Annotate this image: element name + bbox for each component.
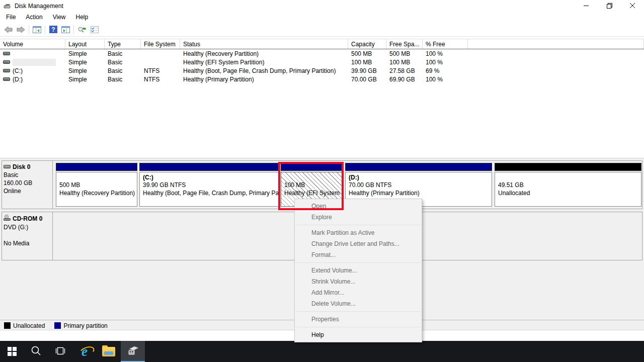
cell-free-space: 100 MB (386, 59, 423, 66)
partition-recovery[interactable]: 500 MB Healthy (Recovery Partition) (56, 161, 137, 209)
menu-item-properties[interactable]: Properties (295, 314, 422, 325)
help-icon[interactable]: ? (47, 24, 59, 35)
table-row-c-drive[interactable]: (C:) Simple Basic NTFS Healthy (Boot, Pa… (0, 66, 644, 75)
header-free-space[interactable]: Free Spa... (386, 39, 423, 49)
table-row-efi-selected[interactable]: Simple Basic Healthy (EFI System Partiti… (0, 58, 644, 66)
partition-size: 39.90 GB NTFS (143, 182, 276, 190)
search-icon (31, 345, 42, 358)
menu-item-mark-partition-active[interactable]: Mark Partition as Active (295, 227, 422, 238)
internet-explorer-button[interactable]: e (72, 341, 97, 362)
menu-item-extend-volume[interactable]: Extend Volume... (295, 265, 422, 276)
cdrom0-status: No Media (4, 240, 51, 247)
toolbar-separator (73, 25, 74, 34)
menu-help[interactable]: Help (71, 12, 94, 22)
table-row-d-drive[interactable]: (D:) Simple Basic NTFS Healthy (Primary … (0, 75, 644, 83)
legend-swatch-primary (54, 322, 61, 329)
menu-item-change-drive-letter[interactable]: Change Drive Letter and Paths... (295, 238, 422, 249)
search-button[interactable] (24, 341, 48, 362)
close-button[interactable] (621, 0, 644, 12)
volume-name: (D:) (13, 76, 23, 83)
table-row-recovery[interactable]: Simple Basic Healthy (Recovery Partition… (0, 49, 644, 58)
disk0-status: Online (4, 188, 51, 195)
partition-unallocated[interactable]: 49.51 GB Unallocated (495, 161, 641, 209)
menu-separator (296, 327, 421, 327)
header-layout[interactable]: Layout (65, 39, 105, 49)
menu-item-delete-volume[interactable]: Delete Volume... (295, 298, 422, 309)
menu-item-shrink-volume[interactable]: Shrink Volume... (295, 276, 422, 287)
task-view-button[interactable] (48, 341, 72, 362)
disk-management-app-icon (4, 3, 11, 10)
volume-list-pane: Volume Layout Type File System Status Ca… (0, 37, 644, 158)
header-status[interactable]: Status (180, 39, 348, 49)
cdrom0-label-panel[interactable]: CD-ROM 0 DVD (G:) No Media (2, 212, 53, 260)
partition-status: Unallocated (498, 190, 638, 198)
partition-status: Healthy (Primary Partition) (349, 190, 489, 198)
menu-separator (296, 311, 421, 312)
disk0-size: 160.00 GB (4, 179, 51, 187)
forward-icon[interactable] (15, 24, 27, 35)
minimize-button[interactable] (575, 0, 598, 12)
cell-pct-free: 69 % (423, 67, 468, 74)
cdrom0-media: DVD (G:) (4, 224, 51, 231)
file-explorer-icon (102, 347, 115, 356)
title-bar: Disk Management (0, 0, 644, 12)
cell-status: Healthy (EFI System Partition) (180, 59, 348, 66)
cell-capacity: 100 MB (348, 59, 386, 66)
svg-text:?: ? (51, 26, 55, 33)
window-title: Disk Management (15, 3, 63, 10)
header-file-system[interactable]: File System (141, 39, 180, 49)
disk-management-taskbar-button[interactable] (121, 341, 145, 362)
menu-file[interactable]: File (1, 12, 21, 22)
partition-color-strip (345, 163, 492, 171)
menu-separator (296, 225, 421, 225)
windows-logo-icon (8, 347, 17, 356)
show-action-pane-icon[interactable] (59, 24, 72, 35)
refresh-icon[interactable] (75, 24, 88, 35)
selection-highlight (13, 59, 56, 66)
partition-color-strip (56, 163, 137, 171)
menu-item-help[interactable]: Help (295, 329, 422, 340)
cell-free-space: 500 MB (386, 50, 423, 57)
show-console-tree-icon[interactable] (31, 24, 43, 35)
partition-status: Healthy (Boot, Page File, Crash Dump, Pr… (143, 190, 276, 198)
start-button[interactable] (0, 341, 24, 362)
disk-icon (4, 163, 11, 170)
cdrom-icon (4, 215, 11, 223)
menu-item-add-mirror[interactable]: Add Mirror... (295, 287, 422, 298)
partition-size: 49.51 GB (498, 182, 638, 190)
partition-color-strip (139, 163, 279, 171)
cdrom0-name: CD-ROM 0 (13, 215, 42, 222)
volume-table-header: Volume Layout Type File System Status Ca… (0, 39, 644, 49)
menu-item-format[interactable]: Format... (295, 249, 422, 260)
toolbar-separator (45, 25, 45, 34)
file-explorer-button[interactable] (97, 341, 121, 362)
header-pct-free[interactable]: % Free (423, 39, 468, 49)
header-volume[interactable]: Volume (0, 39, 65, 49)
cell-file-system: NTFS (141, 76, 180, 83)
header-filler (468, 39, 644, 49)
partition-c[interactable]: (C:) 39.90 GB NTFS Healthy (Boot, Page F… (139, 161, 279, 209)
restore-button[interactable] (598, 0, 621, 12)
cell-free-space: 27.58 GB (386, 67, 423, 74)
back-icon[interactable] (2, 24, 15, 35)
disk0-label-panel[interactable]: Disk 0 Basic 160.00 GB Online (2, 161, 53, 209)
legend-label-primary: Primary partition (63, 322, 107, 329)
cell-status: Healthy (Recovery Partition) (180, 50, 348, 57)
menu-separator (296, 262, 421, 263)
legend-label-unallocated: Unallocated (13, 322, 45, 329)
menu-view[interactable]: View (48, 12, 71, 22)
cell-layout: Simple (65, 59, 105, 66)
menu-item-explore[interactable]: Explore (295, 212, 422, 223)
cell-capacity: 500 MB (348, 50, 386, 57)
context-menu: Open Explore Mark Partition as Active Ch… (294, 199, 422, 342)
header-type[interactable]: Type (105, 39, 141, 49)
task-view-icon (54, 346, 66, 357)
toolbar: ? (0, 23, 644, 37)
checklist-icon[interactable] (88, 24, 101, 35)
cell-pct-free: 100 % (423, 76, 468, 83)
header-capacity[interactable]: Capacity (348, 39, 386, 49)
disk0-name: Disk 0 (13, 163, 30, 170)
menu-action[interactable]: Action (21, 12, 47, 22)
partition-title (59, 174, 134, 182)
volume-icon (3, 67, 10, 74)
